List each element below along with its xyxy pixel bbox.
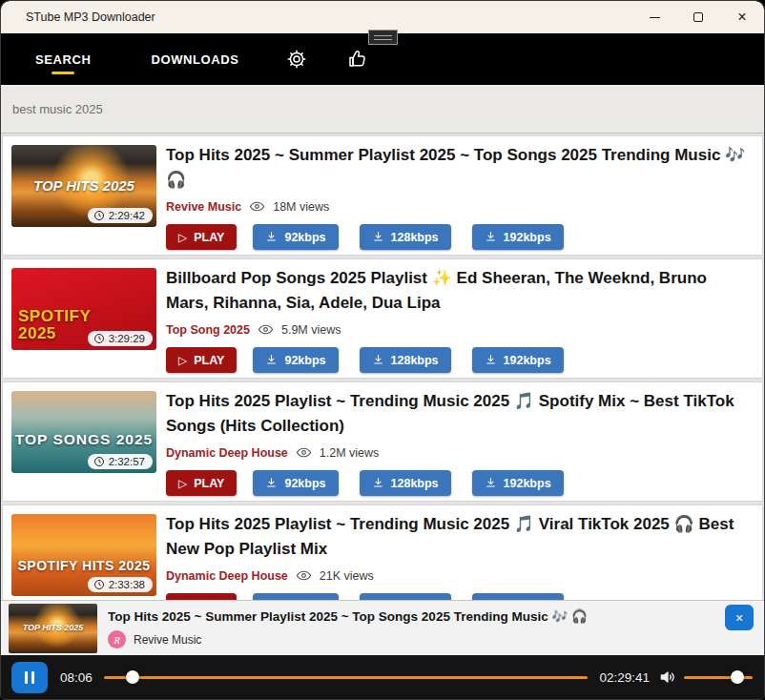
window-controls: × bbox=[632, 1, 764, 33]
download-192kbps-button[interactable]: 192kbps bbox=[472, 470, 564, 496]
thumbnail-text: TOP HITS 2025 bbox=[9, 623, 97, 632]
video-thumbnail[interactable]: SPOTIFY HITS 2025 2:33:38 bbox=[11, 514, 156, 596]
view-count: 1.2M views bbox=[320, 446, 380, 460]
channel-name: Dynamic Deep House bbox=[166, 569, 288, 583]
play-button[interactable]: ▷PLAY bbox=[166, 470, 237, 496]
duration-badge: 2:33:38 bbox=[88, 577, 153, 592]
result-title: Billboard Pop Songs 2025 Playlist ✨ Ed S… bbox=[166, 266, 749, 315]
view-count: 5.9M views bbox=[281, 323, 341, 337]
tab-downloads[interactable]: DOWNLOADS bbox=[152, 52, 239, 74]
download-icon bbox=[372, 231, 384, 243]
download-icon bbox=[372, 477, 384, 489]
channel-name: Dynamic Deep House bbox=[166, 446, 288, 460]
now-playing-close-button[interactable]: × bbox=[725, 605, 754, 630]
maximize-icon bbox=[693, 12, 703, 22]
result-title: Top Hits 2025 Playlist ~ Trending Music … bbox=[166, 512, 749, 561]
download-icon bbox=[265, 477, 278, 489]
play-button[interactable]: ▷PLAY bbox=[166, 593, 237, 600]
thumbs-up-icon bbox=[346, 48, 369, 71]
download-icon bbox=[265, 354, 278, 366]
now-playing-title: Top Hits 2025 ~ Summer Playlist 2025 ~ T… bbox=[108, 608, 703, 624]
like-button[interactable] bbox=[346, 48, 369, 71]
download-192kbps-button[interactable]: 192kbps bbox=[472, 224, 564, 250]
download-128kbps-button[interactable]: 128kbps bbox=[360, 593, 451, 600]
channel-name: Revive Music bbox=[166, 200, 241, 214]
clock-icon bbox=[93, 333, 105, 344]
play-icon: ▷ bbox=[178, 232, 187, 243]
duration-badge: 2:29:42 bbox=[88, 208, 153, 223]
eye-icon bbox=[249, 198, 265, 215]
total-time: 02:29:41 bbox=[599, 670, 650, 685]
current-time: 08:06 bbox=[60, 670, 93, 685]
nav-bar: SEARCH DOWNLOADS bbox=[1, 33, 764, 85]
download-icon bbox=[485, 231, 497, 243]
result-card: SPOTIFY HITS 2025 2:33:38 Top Hits 2025 … bbox=[2, 504, 763, 600]
channel-name: Top Song 2025 bbox=[166, 323, 250, 337]
eye-icon bbox=[258, 321, 274, 338]
seek-track[interactable] bbox=[104, 676, 589, 679]
minimize-button[interactable] bbox=[632, 1, 676, 33]
thumbnail-text: TOP HITS 2025 bbox=[11, 177, 156, 194]
download-192kbps-button[interactable]: 192kbps bbox=[472, 593, 564, 600]
play-button[interactable]: ▷PLAY bbox=[166, 224, 237, 250]
pause-icon bbox=[25, 671, 28, 684]
channel-avatar: R bbox=[108, 630, 126, 649]
play-icon: ▷ bbox=[178, 478, 187, 489]
active-tab-underline bbox=[52, 72, 74, 74]
close-icon: × bbox=[735, 610, 743, 626]
seek-thumb[interactable] bbox=[126, 670, 139, 684]
settings-button[interactable] bbox=[285, 48, 308, 71]
tab-search-label: SEARCH bbox=[35, 52, 92, 67]
download-128kbps-button[interactable]: 128kbps bbox=[360, 347, 451, 373]
result-title: Top Hits 2025 ~ Summer Playlist 2025 ~ T… bbox=[166, 143, 749, 192]
eye-icon bbox=[296, 567, 312, 584]
download-128kbps-button[interactable]: 128kbps bbox=[360, 470, 451, 496]
maximize-button[interactable] bbox=[676, 1, 720, 33]
result-title: Top Hits 2025 Playlist ~ Trending Music … bbox=[166, 389, 749, 438]
download-icon bbox=[265, 231, 278, 243]
volume-thumb[interactable] bbox=[731, 670, 744, 684]
clock-icon bbox=[93, 210, 105, 221]
download-icon bbox=[485, 477, 497, 489]
thumbnail-text: SPOTIFY HITS 2025 bbox=[11, 558, 156, 573]
gear-icon bbox=[285, 48, 308, 71]
speaker-icon bbox=[658, 668, 677, 687]
player-bar: 08:06 02:29:41 bbox=[1, 655, 764, 699]
volume-slider[interactable] bbox=[684, 670, 753, 684]
play-button[interactable]: ▷PLAY bbox=[166, 347, 237, 373]
view-count: 21K views bbox=[320, 569, 374, 583]
minimize-icon bbox=[650, 17, 660, 18]
now-playing-thumbnail: TOP HITS 2025 bbox=[9, 604, 97, 653]
result-card: SPOTIFY 2025 3:29:29 Billboard Pop Songs… bbox=[2, 258, 763, 379]
result-card: TOP SONGS 2025 2:32:57 Top Hits 2025 Pla… bbox=[2, 381, 763, 502]
search-bar bbox=[1, 85, 764, 134]
app-window: STube MP3 Downloader × SEARCH DOWNLOADS bbox=[0, 0, 765, 700]
results-list: TOP HITS 2025 2:29:42 Top Hits 2025 ~ Su… bbox=[1, 134, 764, 600]
tab-search[interactable]: SEARCH bbox=[35, 52, 92, 74]
download-92kbps-button[interactable]: 92kbps bbox=[253, 470, 338, 496]
download-92kbps-button[interactable]: 92kbps bbox=[253, 224, 338, 250]
close-icon: × bbox=[737, 10, 746, 25]
duration-badge: 3:29:29 bbox=[88, 331, 153, 346]
now-playing-channel: Revive Music bbox=[134, 633, 201, 647]
download-icon bbox=[485, 354, 497, 366]
view-count: 18M views bbox=[273, 200, 329, 214]
download-92kbps-button[interactable]: 92kbps bbox=[253, 347, 338, 373]
window-grip-handle[interactable] bbox=[368, 30, 398, 45]
video-thumbnail[interactable]: TOP HITS 2025 2:29:42 bbox=[11, 145, 156, 227]
volume-button[interactable] bbox=[658, 668, 677, 687]
play-icon: ▷ bbox=[178, 355, 187, 366]
close-button[interactable]: × bbox=[720, 1, 764, 33]
video-thumbnail[interactable]: TOP SONGS 2025 2:32:57 bbox=[11, 391, 156, 473]
download-92kbps-button[interactable]: 92kbps bbox=[253, 593, 338, 600]
video-thumbnail[interactable]: SPOTIFY 2025 3:29:29 bbox=[11, 268, 156, 350]
search-input[interactable] bbox=[1, 85, 764, 133]
download-128kbps-button[interactable]: 128kbps bbox=[360, 224, 451, 250]
result-card: TOP HITS 2025 2:29:42 Top Hits 2025 ~ Su… bbox=[2, 135, 763, 256]
tab-downloads-label: DOWNLOADS bbox=[152, 52, 239, 67]
seek-slider[interactable] bbox=[104, 670, 589, 684]
pause-button[interactable] bbox=[11, 662, 48, 693]
clock-icon bbox=[93, 456, 105, 467]
clock-icon bbox=[93, 579, 105, 590]
download-192kbps-button[interactable]: 192kbps bbox=[472, 347, 564, 373]
